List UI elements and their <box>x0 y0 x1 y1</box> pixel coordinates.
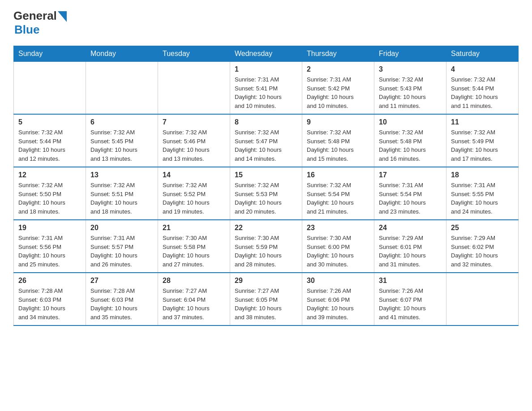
day-info: Sunrise: 7:32 AMSunset: 5:54 PMDaylight:… <box>307 181 369 216</box>
day-number: 9 <box>307 118 369 126</box>
day-number: 4 <box>451 65 514 73</box>
calendar-table: SundayMondayTuesdayWednesdayThursdayFrid… <box>13 46 519 326</box>
calendar-cell: 24Sunrise: 7:29 AMSunset: 6:01 PMDayligh… <box>374 220 446 273</box>
calendar-cell: 27Sunrise: 7:28 AMSunset: 6:03 PMDayligh… <box>86 273 158 325</box>
calendar-cell <box>86 62 158 115</box>
calendar-week-4: 19Sunrise: 7:31 AMSunset: 5:56 PMDayligh… <box>14 220 519 273</box>
day-info: Sunrise: 7:31 AMSunset: 5:42 PMDaylight:… <box>307 75 369 110</box>
calendar-cell: 6Sunrise: 7:32 AMSunset: 5:45 PMDaylight… <box>86 114 158 167</box>
day-info: Sunrise: 7:26 AMSunset: 6:07 PMDaylight:… <box>379 287 442 321</box>
day-number: 27 <box>90 277 153 285</box>
day-number: 12 <box>18 171 81 179</box>
day-info: Sunrise: 7:26 AMSunset: 6:06 PMDaylight:… <box>307 287 369 321</box>
day-number: 22 <box>235 224 297 232</box>
day-number: 8 <box>235 118 297 126</box>
day-number: 11 <box>451 118 514 126</box>
day-info: Sunrise: 7:31 AMSunset: 5:54 PMDaylight:… <box>379 181 442 216</box>
calendar-cell: 2Sunrise: 7:31 AMSunset: 5:42 PMDaylight… <box>302 62 374 115</box>
logo-triangle-icon <box>58 11 67 22</box>
day-number: 16 <box>307 171 369 179</box>
svg-marker-0 <box>58 11 67 22</box>
day-info: Sunrise: 7:32 AMSunset: 5:46 PMDaylight:… <box>163 128 225 163</box>
day-number: 19 <box>18 224 81 232</box>
day-number: 21 <box>163 224 225 232</box>
day-number: 15 <box>235 171 297 179</box>
day-info: Sunrise: 7:32 AMSunset: 5:47 PMDaylight:… <box>235 128 297 163</box>
day-info: Sunrise: 7:32 AMSunset: 5:53 PMDaylight:… <box>235 181 297 216</box>
day-number: 7 <box>163 118 225 126</box>
calendar-cell: 18Sunrise: 7:31 AMSunset: 5:55 PMDayligh… <box>446 167 519 220</box>
calendar-cell: 31Sunrise: 7:26 AMSunset: 6:07 PMDayligh… <box>374 273 446 325</box>
day-number: 14 <box>163 171 225 179</box>
day-info: Sunrise: 7:32 AMSunset: 5:43 PMDaylight:… <box>379 75 442 110</box>
logo-blue-text: Blue <box>14 23 39 36</box>
day-number: 1 <box>235 65 297 73</box>
calendar-cell: 11Sunrise: 7:32 AMSunset: 5:49 PMDayligh… <box>446 114 519 167</box>
day-number: 5 <box>18 118 81 126</box>
calendar-header-thursday: Thursday <box>302 46 374 62</box>
day-info: Sunrise: 7:29 AMSunset: 6:02 PMDaylight:… <box>451 234 514 269</box>
calendar-header-tuesday: Tuesday <box>158 46 230 62</box>
day-number: 24 <box>379 224 442 232</box>
day-info: Sunrise: 7:32 AMSunset: 5:51 PMDaylight:… <box>90 181 153 216</box>
calendar-cell: 4Sunrise: 7:32 AMSunset: 5:44 PMDaylight… <box>446 62 519 115</box>
logo-general-text: General <box>13 9 57 23</box>
calendar-cell: 10Sunrise: 7:32 AMSunset: 5:48 PMDayligh… <box>374 114 446 167</box>
calendar-cell: 16Sunrise: 7:32 AMSunset: 5:54 PMDayligh… <box>302 167 374 220</box>
calendar-week-1: 1Sunrise: 7:31 AMSunset: 5:41 PMDaylight… <box>14 62 519 115</box>
calendar-week-2: 5Sunrise: 7:32 AMSunset: 5:44 PMDaylight… <box>14 114 519 167</box>
calendar-cell: 3Sunrise: 7:32 AMSunset: 5:43 PMDaylight… <box>374 62 446 115</box>
day-info: Sunrise: 7:32 AMSunset: 5:45 PMDaylight:… <box>90 128 153 163</box>
calendar-week-3: 12Sunrise: 7:32 AMSunset: 5:50 PMDayligh… <box>14 167 519 220</box>
calendar-cell: 26Sunrise: 7:28 AMSunset: 6:03 PMDayligh… <box>14 273 86 325</box>
day-info: Sunrise: 7:30 AMSunset: 5:59 PMDaylight:… <box>235 234 297 269</box>
day-info: Sunrise: 7:31 AMSunset: 5:57 PMDaylight:… <box>90 234 153 269</box>
day-info: Sunrise: 7:30 AMSunset: 5:58 PMDaylight:… <box>163 234 225 269</box>
calendar-header-sunday: Sunday <box>14 46 86 62</box>
calendar-cell: 23Sunrise: 7:30 AMSunset: 6:00 PMDayligh… <box>302 220 374 273</box>
day-number: 31 <box>379 277 442 285</box>
day-info: Sunrise: 7:29 AMSunset: 6:01 PMDaylight:… <box>379 234 442 269</box>
calendar-cell: 1Sunrise: 7:31 AMSunset: 5:41 PMDaylight… <box>230 62 302 115</box>
calendar-cell: 21Sunrise: 7:30 AMSunset: 5:58 PMDayligh… <box>158 220 230 273</box>
calendar-header-saturday: Saturday <box>446 46 519 62</box>
page-header: General Blue <box>13 9 519 37</box>
day-info: Sunrise: 7:27 AMSunset: 6:05 PMDaylight:… <box>235 287 297 321</box>
logo-top-row: General <box>13 9 67 23</box>
calendar-cell: 19Sunrise: 7:31 AMSunset: 5:56 PMDayligh… <box>14 220 86 273</box>
day-info: Sunrise: 7:32 AMSunset: 5:48 PMDaylight:… <box>307 128 369 163</box>
calendar-cell: 29Sunrise: 7:27 AMSunset: 6:05 PMDayligh… <box>230 273 302 325</box>
calendar-cell: 14Sunrise: 7:32 AMSunset: 5:52 PMDayligh… <box>158 167 230 220</box>
day-number: 23 <box>307 224 369 232</box>
day-number: 20 <box>90 224 153 232</box>
day-number: 6 <box>90 118 153 126</box>
day-info: Sunrise: 7:30 AMSunset: 6:00 PMDaylight:… <box>307 234 369 269</box>
calendar-header-row: SundayMondayTuesdayWednesdayThursdayFrid… <box>14 46 519 62</box>
calendar-cell: 28Sunrise: 7:27 AMSunset: 6:04 PMDayligh… <box>158 273 230 325</box>
day-info: Sunrise: 7:32 AMSunset: 5:49 PMDaylight:… <box>451 128 514 163</box>
day-info: Sunrise: 7:32 AMSunset: 5:50 PMDaylight:… <box>18 181 81 216</box>
day-info: Sunrise: 7:31 AMSunset: 5:55 PMDaylight:… <box>451 181 514 216</box>
day-number: 10 <box>379 118 442 126</box>
calendar-cell: 30Sunrise: 7:26 AMSunset: 6:06 PMDayligh… <box>302 273 374 325</box>
calendar-cell: 13Sunrise: 7:32 AMSunset: 5:51 PMDayligh… <box>86 167 158 220</box>
day-number: 3 <box>379 65 442 73</box>
calendar-cell <box>14 62 86 115</box>
calendar-cell <box>158 62 230 115</box>
day-info: Sunrise: 7:32 AMSunset: 5:44 PMDaylight:… <box>451 75 514 110</box>
calendar-cell: 9Sunrise: 7:32 AMSunset: 5:48 PMDaylight… <box>302 114 374 167</box>
logo-blue-row: Blue <box>14 23 39 37</box>
day-number: 17 <box>379 171 442 179</box>
calendar-cell: 8Sunrise: 7:32 AMSunset: 5:47 PMDaylight… <box>230 114 302 167</box>
day-info: Sunrise: 7:32 AMSunset: 5:44 PMDaylight:… <box>18 128 81 163</box>
calendar-header-wednesday: Wednesday <box>230 46 302 62</box>
day-info: Sunrise: 7:31 AMSunset: 5:41 PMDaylight:… <box>235 75 297 110</box>
day-number: 30 <box>307 277 369 285</box>
day-info: Sunrise: 7:32 AMSunset: 5:52 PMDaylight:… <box>163 181 225 216</box>
calendar-cell: 5Sunrise: 7:32 AMSunset: 5:44 PMDaylight… <box>14 114 86 167</box>
calendar-week-5: 26Sunrise: 7:28 AMSunset: 6:03 PMDayligh… <box>14 273 519 325</box>
logo: General Blue <box>13 9 67 37</box>
day-info: Sunrise: 7:27 AMSunset: 6:04 PMDaylight:… <box>163 287 225 321</box>
calendar-cell: 25Sunrise: 7:29 AMSunset: 6:02 PMDayligh… <box>446 220 519 273</box>
calendar-cell: 12Sunrise: 7:32 AMSunset: 5:50 PMDayligh… <box>14 167 86 220</box>
